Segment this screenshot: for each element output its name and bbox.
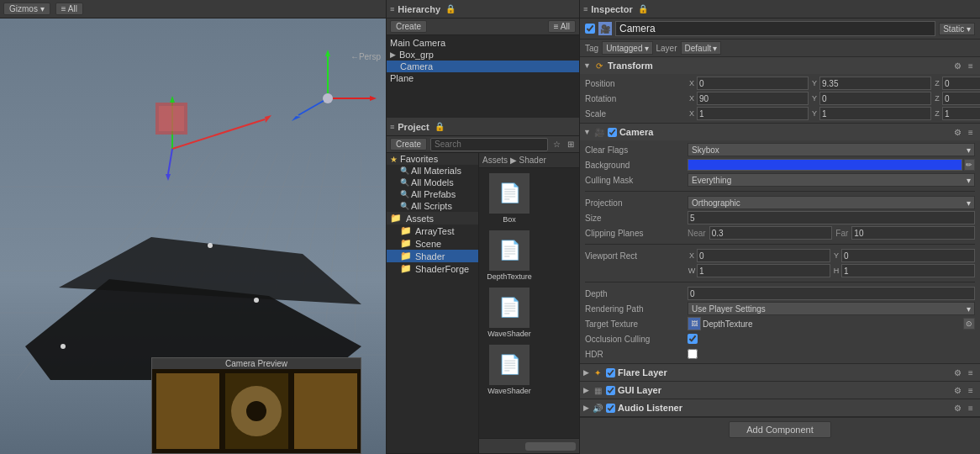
clear-flags-dropdown[interactable]: Skybox ▾	[688, 143, 975, 156]
rot-y-label: Y	[810, 94, 819, 103]
flare-layer-enabled-checkbox[interactable]	[606, 368, 615, 377]
target-texture-picker-btn[interactable]: ⊙	[963, 318, 975, 330]
audio-listener-enabled-checkbox[interactable]	[606, 404, 615, 413]
asset-grid[interactable]: 📄 Box 📄 DepthTexture 📄 WaveShader	[479, 168, 579, 438]
add-component-button[interactable]: Add Component	[729, 421, 831, 438]
waveshader1-asset-icon: 📄	[489, 288, 530, 328]
asset-item-waveshader1[interactable]: 📄 WaveShader	[482, 286, 536, 340]
camera-enabled-checkbox[interactable]	[608, 128, 617, 137]
scale-z-input[interactable]	[942, 107, 980, 120]
camera-menu-btn[interactable]: ≡	[965, 126, 977, 138]
project-tree[interactable]: ★ Favorites 🔍 All Materials 🔍 All Models…	[387, 153, 479, 453]
hdr-checkbox[interactable]	[688, 349, 698, 359]
object-enabled-checkbox[interactable]	[585, 24, 595, 34]
hierarchy-item-box-grp-label: Box_grp	[399, 50, 434, 60]
far-input[interactable]	[851, 226, 975, 240]
projection-dropdown[interactable]: Orthographic ▾	[688, 196, 975, 209]
pos-z-input[interactable]	[942, 77, 980, 90]
camera-settings-btn[interactable]: ⚙	[951, 126, 963, 138]
all-prefabs-item[interactable]: 🔍 All Prefabs	[387, 188, 478, 200]
hierarchy-item-plane[interactable]: Plane	[387, 72, 579, 84]
asset-item-box[interactable]: 📄 Box	[482, 172, 536, 225]
pos-x-input[interactable]	[697, 77, 809, 90]
all-materials-item[interactable]: 🔍 All Materials	[387, 165, 478, 177]
camera-actions: ⚙ ≡	[951, 126, 977, 138]
vp-x-input[interactable]	[697, 249, 830, 262]
arraytest-item[interactable]: 📁 ArrayTest	[387, 224, 478, 237]
project-search-input[interactable]	[430, 138, 548, 151]
scale-y-input[interactable]	[819, 107, 931, 120]
audio-listener-settings-btn[interactable]: ⚙	[951, 402, 963, 414]
vp-w-input[interactable]	[697, 264, 830, 277]
projection-row: Projection Orthographic ▾	[580, 195, 980, 210]
layer-value: Default	[685, 44, 712, 53]
culling-mask-dropdown[interactable]: Everything ▾	[688, 173, 975, 187]
asset-item-depthtexture[interactable]: 📄 DepthTexture	[482, 229, 536, 282]
camera-header[interactable]: ▼ 🎥 Camera ⚙ ≡	[580, 124, 980, 140]
flare-layer-menu-btn[interactable]: ≡	[965, 367, 977, 378]
background-edit-btn[interactable]: ✏	[964, 159, 975, 171]
audio-listener-header[interactable]: ▶ 🔊 Audio Listener ⚙ ≡	[580, 399, 980, 416]
audio-listener-menu-btn[interactable]: ≡	[965, 402, 977, 414]
asset-item-waveshader2[interactable]: 📄 WaveShader	[482, 343, 536, 397]
transform-settings-btn[interactable]: ⚙	[951, 60, 963, 71]
gui-layer-enabled-checkbox[interactable]	[606, 386, 615, 395]
layer-dropdown-arrow: ▾	[713, 44, 717, 53]
scene-content[interactable]: ←Persp Camera Preview	[0, 18, 386, 454]
search-icon-prefabs: 🔍	[400, 190, 409, 198]
middle-column: ≡ Hierarchy 🔒 Create ≡ All Main Camera ▶…	[387, 0, 580, 454]
scene-item[interactable]: 📁 Scene	[387, 237, 478, 250]
near-input[interactable]	[709, 226, 833, 240]
box-asset-icon: 📄	[489, 173, 530, 214]
favorites-header[interactable]: ★ Favorites	[387, 153, 478, 165]
all-models-item[interactable]: 🔍 All Models	[387, 177, 478, 188]
gizmos-button[interactable]: Gizmos ▾	[3, 3, 50, 15]
transform-menu-btn[interactable]: ≡	[965, 60, 977, 71]
project-create-btn[interactable]: Create	[390, 138, 427, 150]
layer-dropdown[interactable]: Default ▾	[681, 41, 722, 55]
hierarchy-item-box-grp[interactable]: ▶ Box_grp	[387, 49, 579, 61]
project-header: ≡ Project 🔒	[387, 118, 579, 136]
hierarchy-item-camera[interactable]: Camera	[387, 61, 579, 72]
gui-layer-header[interactable]: ▶ ▦ GUI Layer ⚙ ≡	[580, 382, 980, 399]
scale-x-input[interactable]	[697, 107, 809, 120]
gui-layer-settings-btn[interactable]: ⚙	[951, 384, 963, 396]
hierarchy-content[interactable]: Main Camera ▶ Box_grp Camera Plane	[387, 35, 579, 118]
project-lock-btn[interactable]: 🔒	[433, 122, 446, 131]
rot-x-input[interactable]	[697, 92, 809, 105]
shader-item[interactable]: 📁 Shader	[387, 250, 478, 262]
rendering-path-dropdown[interactable]: Use Player Settings ▾	[688, 302, 975, 315]
vp-y-input[interactable]	[841, 249, 975, 262]
near-label: Near	[688, 229, 706, 238]
object-name-input[interactable]	[615, 21, 935, 36]
rot-y-input[interactable]	[819, 92, 931, 105]
shaderforge-item[interactable]: 📁 ShaderForge	[387, 262, 478, 275]
tag-dropdown[interactable]: Untagged ▾	[602, 41, 652, 55]
hierarchy-lock-btn[interactable]: 🔒	[444, 4, 457, 13]
assets-header[interactable]: 📁 Assets	[387, 212, 478, 224]
project-grid-btn[interactable]: ⊞	[566, 140, 576, 149]
pos-y-input[interactable]	[819, 77, 931, 90]
all-scripts-item[interactable]: 🔍 All Scripts	[387, 200, 478, 212]
hierarchy-create-btn[interactable]: Create	[390, 20, 427, 33]
pos-z-label: Z	[933, 79, 941, 87]
static-button[interactable]: Static ▾	[939, 23, 975, 35]
hierarchy-item-main-camera[interactable]: Main Camera	[387, 37, 579, 49]
flare-layer-settings-btn[interactable]: ⚙	[951, 367, 963, 378]
rot-z-input[interactable]	[942, 92, 980, 105]
depth-input[interactable]	[688, 287, 975, 300]
background-color-swatch[interactable]	[688, 159, 962, 171]
hierarchy-all-btn[interactable]: ≡ All	[548, 20, 576, 33]
project-star-btn[interactable]: ☆	[551, 140, 562, 149]
all-button[interactable]: ≡ All	[55, 3, 83, 15]
flare-layer-icon: ✦	[592, 367, 603, 378]
inspector-lock-btn[interactable]: 🔒	[636, 4, 650, 13]
size-input[interactable]	[688, 211, 975, 224]
occlusion-culling-checkbox[interactable]	[688, 334, 698, 344]
vp-h-input[interactable]	[841, 264, 975, 277]
transform-header[interactable]: ▼ ⟳ Transform ⚙ ≡	[580, 57, 980, 74]
flare-layer-header[interactable]: ▶ ✦ Flare Layer ⚙ ≡	[580, 364, 980, 381]
project-slider[interactable]	[525, 442, 576, 451]
gui-layer-menu-btn[interactable]: ≡	[965, 384, 977, 396]
camera-preview-title: Camera Preview	[152, 358, 361, 369]
